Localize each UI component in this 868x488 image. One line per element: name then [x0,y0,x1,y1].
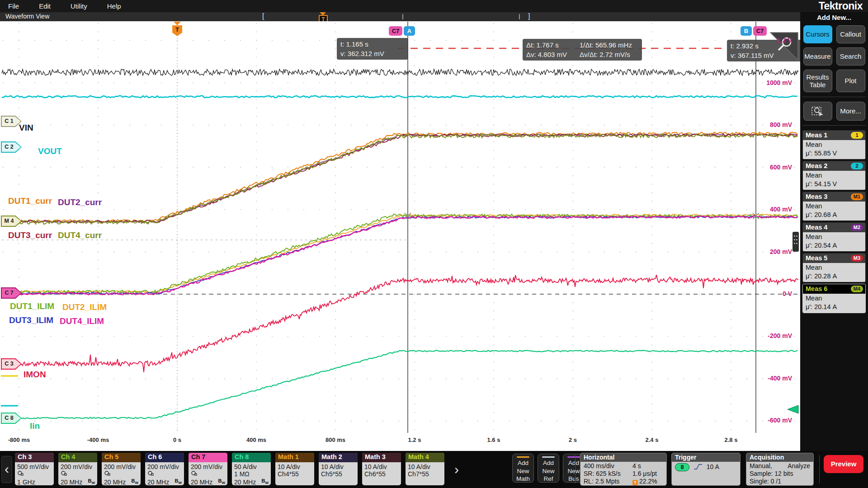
channel-badge-ch7[interactable]: Ch 7200 mV/div20 MHzBW [189,453,227,485]
channel-scale: 200 mV/div [58,463,97,470]
meas-card-title: Meas 4M2 [803,223,865,232]
channel-probe-row [145,470,184,478]
add-results-table-button[interactable]: Results Table [803,70,832,92]
channel-flag-c7[interactable]: C 7 [1,287,22,299]
channel-badge-label: Ch 7 [189,453,227,462]
trace-label-dut4_ilim: DUT4_ILIM [60,316,104,326]
meas-stat-label: Mean [806,141,863,149]
cursor-a-source-badge[interactable]: C7 [389,26,402,36]
channel-scale: 50 A/div [232,463,271,470]
zoom-select-button[interactable] [803,102,832,121]
acquisition-sample-bits: Sample: 12 bits [750,470,810,478]
meas-card-3[interactable]: Meas 3M1Meanμ': 20.68 A [802,192,866,221]
horizontal-panel[interactable]: Horizontal 400 ms/div4 s SR: 625 kS/s1.6… [580,453,667,486]
meas-card-2[interactable]: Meas 22Meanμ': 54.15 V [802,161,866,190]
channel-badge-math1[interactable]: Math 110 A/divCh4*55 [275,453,314,485]
trace-label-imon: IMON [24,370,46,380]
channel-scale: 10 A/div [406,463,444,470]
channel-badge-ch8[interactable]: Ch 850 A/div1 MΩ20 MHzBW [232,453,271,485]
trigger-flag-arrow-icon [174,22,181,25]
meas-mean-value: μ': 20.68 A [806,211,863,219]
scroll-badges-right-button[interactable]: › [451,457,462,482]
add-cursors-button[interactable]: Cursors [803,25,832,43]
channel-flag-c8[interactable]: C 8 [1,413,22,424]
channel-scale: 200 mV/div [102,463,141,470]
meas-card-body: Meanμ': 54.15 V [803,171,865,190]
cursor-b-badge[interactable]: B [741,26,752,36]
add-new-ref-button[interactable]: AddNewRef [538,454,559,483]
add-callout-button[interactable]: Callout [836,25,865,43]
channel-badge-math4[interactable]: Math 410 A/divCh7*55 [406,453,444,485]
channel-probe-row [15,470,54,478]
horizontal-window: 4 s [632,462,663,470]
record-view-left-bracket[interactable]: [ [262,12,264,20]
menu-file[interactable]: File [8,2,19,10]
cursor-b-source-badge[interactable]: C7 [753,26,767,36]
channel-bandwidth: 20 MHzBW [102,479,141,485]
flag-text: C 7 [1,287,22,299]
channel-badge-ch4[interactable]: Ch 4200 mV/div20 MHzBW [58,453,97,485]
y-axis-label: 200 mV [751,248,792,255]
panel-splitter-handle[interactable] [793,232,799,252]
flag-text: C 3 [1,358,22,370]
probe-icon [17,470,24,476]
y-axis-label: 400 mV [751,206,792,213]
meas-card-6[interactable]: Meas 6M4Meanμ': 20.14 A [802,284,866,313]
channel-scale: 10 A/div [275,463,314,470]
channel-flag-c2[interactable]: C 2 [1,141,22,153]
trace-label-dut2_ilim: DUT2_ILIM [62,302,107,312]
channel-badge-ch5[interactable]: Ch 5200 mV/div20 MHzBW [102,453,141,485]
meas-card-5[interactable]: Meas 5M3Meanμ': 20.28 A [802,253,866,282]
meas-card-4[interactable]: Meas 4M2Meanμ': 20.54 A [802,222,866,252]
meas-stat-label: Mean [806,202,863,211]
delta-t: Δt: 1.767 s [526,40,580,50]
menu-help[interactable]: Help [107,2,121,10]
meas-card-body: Meanμ': 20.14 A [803,294,865,313]
meas-card-1[interactable]: Meas 11Meanμ': 55.85 V [802,130,866,160]
channel-badge-ch3[interactable]: Ch 3500 mV/div1 GHz [15,453,54,485]
acquisition-mode: Manual, [750,462,772,470]
waveform-display[interactable]: T C7 A t: 1.165 s v: 362.312 mV Δt: 1.76… [0,21,800,451]
bottom-bar-divider-1 [575,455,576,483]
add-button-stripe [542,456,555,458]
menu-utility[interactable]: Utility [71,2,87,10]
meas-card-title: Meas 6M4 [803,284,865,294]
trace-dut4-curr [2,134,798,224]
meas-source-badge: M1 [851,193,863,200]
x-axis-label: 2.8 s [712,436,750,443]
add-new-math-button[interactable]: AddNewMath [512,454,534,483]
zoom-box-corner-button[interactable] [769,31,799,62]
bandwidth-limit-badge: BW [131,477,138,485]
meas-mean-value: μ': 55.85 V [806,149,863,158]
add-new-header: Add New... [800,12,868,21]
add-search-button[interactable]: Search [836,47,865,66]
add-measure-button[interactable]: Measure [803,47,832,66]
scroll-badges-left-button[interactable]: ‹ [1,456,12,483]
waveform-view-titlebar[interactable]: Waveform View [ ] [0,12,800,21]
channel-badge-math3[interactable]: Math 310 A/divCh6*55 [362,453,401,485]
x-axis-label: 800 ms [316,436,354,443]
add-plot-button[interactable]: Plot [836,70,865,92]
channel-badge-math2[interactable]: Math 210 A/divCh5*55 [319,453,358,485]
more-button[interactable]: More... [836,102,865,121]
acquisition-panel[interactable]: Acquisition Manual,Analyze Sample: 12 bi… [746,453,814,486]
preview-button[interactable]: Preview [824,455,863,473]
record-view-cursor-b-tick [519,14,520,19]
magnifier-handle-icon [778,45,783,50]
channel-badge-ch6[interactable]: Ch 6200 mV/div20 MHzBW [145,453,184,485]
probe-icon [104,470,111,476]
trigger-panel[interactable]: Trigger 8 10 A [671,453,741,486]
record-view-right-bracket[interactable]: ] [528,12,530,20]
channel-badge-label: Math 3 [362,453,401,462]
x-axis-label: 400 ms [237,436,275,443]
y-axis-label: -200 mV [751,332,792,339]
channel-scale: 200 mV/div [145,463,184,470]
meas-source-badge: 1 [851,132,863,139]
channel-flag-c1[interactable]: C 1 [1,116,22,127]
x-axis-label: 1.6 s [475,436,513,443]
channel-flag-m4[interactable]: M 4 [1,216,22,227]
menu-edit[interactable]: Edit [39,2,51,10]
trace-vin-noise [2,69,798,75]
channel-flag-c3[interactable]: C 3 [1,358,22,370]
cursor-a-badge[interactable]: A [404,26,415,36]
